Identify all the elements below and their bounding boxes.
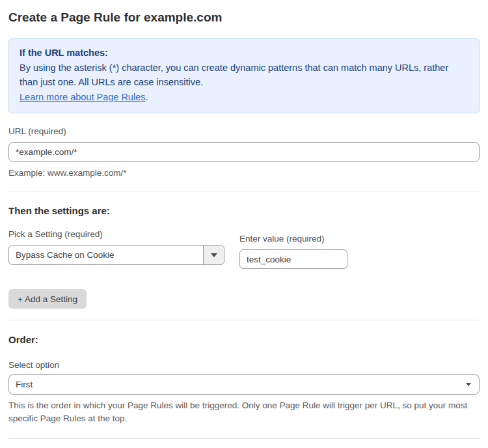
divider <box>8 320 480 320</box>
settings-row: Pick a Setting (required) Bypass Cache o… <box>8 216 480 269</box>
divider <box>8 438 480 439</box>
setting-value-label: Enter value (required) <box>239 234 347 244</box>
dropdown-arrow-icon <box>211 253 217 257</box>
setting-value-column: Enter value (required) <box>239 216 347 269</box>
setting-picker-column: Pick a Setting (required) Bypass Cache o… <box>8 216 224 265</box>
url-input[interactable] <box>8 142 480 162</box>
url-example-helper: Example: www.example.com/* <box>8 167 480 180</box>
link-period: . <box>145 92 148 102</box>
settings-section-heading: Then the settings are: <box>8 205 480 216</box>
order-select-label: Select option <box>8 360 480 370</box>
setting-select-value: Bypass Cache on Cookie <box>9 245 203 264</box>
order-select-value: First <box>16 380 466 389</box>
page-title: Create a Page Rule for example.com <box>8 10 480 25</box>
setting-select-arrow-button[interactable] <box>203 245 224 264</box>
divider <box>8 191 480 191</box>
add-setting-button[interactable]: + Add a Setting <box>8 289 87 309</box>
setting-value-input[interactable] <box>239 249 347 269</box>
order-helper-text: This is the order in which your Page Rul… <box>8 399 480 425</box>
order-select[interactable]: First <box>8 374 480 395</box>
setting-select[interactable]: Bypass Cache on Cookie <box>8 245 224 265</box>
learn-more-link[interactable]: Learn more about Page Rules <box>20 92 145 102</box>
info-box-link-line: Learn more about Page Rules. <box>20 90 468 105</box>
url-match-info-box: If the URL matches: By using the asteris… <box>8 38 480 113</box>
order-section-heading: Order: <box>8 334 480 345</box>
page-rule-form: Create a Page Rule for example.com If th… <box>0 0 488 448</box>
info-box-heading: If the URL matches: <box>20 46 468 61</box>
url-field-label: URL (required) <box>8 126 480 136</box>
setting-picker-label: Pick a Setting (required) <box>8 229 224 239</box>
caret-down-icon <box>466 383 471 386</box>
info-box-body: By using the asterisk (*) character, you… <box>20 61 468 90</box>
